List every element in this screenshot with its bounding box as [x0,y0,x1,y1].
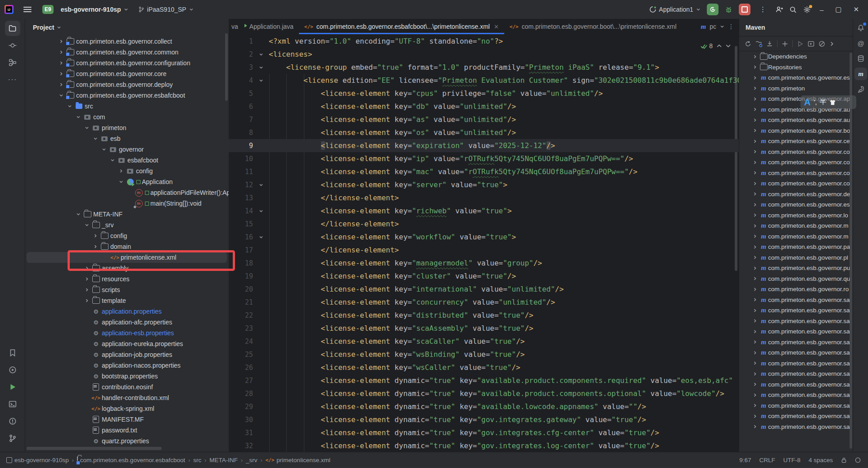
breadcrumb-item[interactable]: src [193,457,201,464]
tree-item-config[interactable]: config [25,166,229,176]
code-line-9[interactable]: 9 <license-element key="expiration" valu… [229,139,739,152]
chevron-collapsed-icon[interactable] [753,329,757,334]
tree-item-scripts[interactable]: scripts [25,284,229,295]
maven-scrollbar[interactable] [850,53,852,449]
close-icon[interactable]: ✕ [494,23,499,30]
code-line-8[interactable]: 8 <license-element key="os" value="unlim… [229,126,739,139]
generate-sources-icon[interactable] [755,40,762,47]
line-number[interactable]: 22 [229,311,253,320]
chevron-collapsed-icon[interactable] [753,160,757,165]
maven-item-6[interactable]: mcom.primeton.esb.governor.au [739,115,853,126]
maven-item-25[interactable]: mcom.primeton.esb.governor.sa [739,316,853,327]
tree-item-primeton[interactable]: primeton [25,122,229,133]
rerun-button[interactable] [707,4,719,15]
chevron-collapsed-icon[interactable] [59,72,63,76]
code-line-29[interactable]: 29 <license-element dynamic="true" key="… [229,400,739,413]
chevron-collapsed-icon[interactable] [753,97,757,101]
tab-options-icon[interactable]: ⋮ [728,23,734,30]
chevron-collapsed-icon[interactable] [753,255,757,260]
reload-projects-icon[interactable] [745,40,751,47]
code-line-27[interactable]: 27 <license-element dynamic="true" key="… [229,374,739,387]
chevron-expanded-icon[interactable] [259,209,263,213]
run-tool-button[interactable] [5,379,20,395]
download-sources-icon[interactable] [766,40,773,47]
chevron-collapsed-icon[interactable] [85,288,89,292]
chevron-collapsed-icon[interactable] [753,382,757,387]
code-line-18[interactable]: 18 <license-element key="managermodel" v… [229,256,739,270]
tree-item-bootstrap-properties[interactable]: ⚙bootstrap.properties [25,371,229,382]
code-line-30[interactable]: 30 <license-element dynamic="true" key="… [229,413,739,426]
code-line-22[interactable]: 22 <license-element key="distributed" va… [229,309,739,322]
tree-item-com-primeton-esb-governor-common[interactable]: com.primeton.esb.governor.common [25,47,229,58]
line-number[interactable]: 7 [229,116,253,124]
chevron-collapsed-icon[interactable] [59,82,63,87]
line-number[interactable]: 4 [229,76,253,85]
prev-problem-icon[interactable] [717,44,722,48]
tree-item-com[interactable]: com [25,112,229,122]
chevron-collapsed-icon[interactable] [753,181,757,186]
chevron-collapsed-icon[interactable] [753,287,757,292]
tree-item-domain[interactable]: domain [25,241,229,252]
tree-item-com-primeton-esb-governor-deploy[interactable]: com.primeton.esb.governor.deploy [25,79,229,90]
code-with-me-button[interactable] [775,6,783,14]
chevron-collapsed-icon[interactable] [753,403,757,408]
project-horizontal-scrollbar[interactable] [27,447,162,450]
status-widget-caret-position[interactable]: 9:67 [739,457,751,464]
chevron-expanded-icon[interactable] [85,223,89,227]
ime-halfwidth-icon[interactable]: 半 [820,98,826,106]
tree-item-quartz-properties[interactable]: ⚙quartz.properties [25,436,229,446]
chevron-collapsed-icon[interactable] [59,61,63,65]
chevron-collapsed-icon[interactable] [753,139,757,144]
chevron-collapsed-icon[interactable] [85,266,89,270]
editor-tab-1[interactable]: </>com.primeton.esb.governor.esbafcboot\… [299,19,504,34]
code-line-16[interactable]: 16 <license-element key="workflow" value… [229,230,739,243]
fold-gutter[interactable] [253,65,269,70]
chevron-collapsed-icon[interactable] [753,351,757,355]
chevron-expanded-icon[interactable] [259,235,263,239]
tree-item-com-primeton-esb-governor-esbafcboot[interactable]: com.primeton.esb.governor.esbafcboot [25,90,229,101]
chevron-expanded-icon[interactable] [110,158,115,162]
code-line-13[interactable]: 13 </license-element> [229,191,739,204]
add-profile-icon[interactable] [782,40,788,47]
tree-item-applicationpidfilewriter-applicationpi[interactable]: mapplicationPidFileWriter():ApplicationP… [25,187,229,198]
code-line-6[interactable]: 6 <license-element key="db" value="unlim… [229,100,739,113]
maven-button[interactable]: m [854,68,867,80]
line-number[interactable]: 9 [229,142,253,150]
readonly-lock-icon[interactable] [841,457,847,463]
tree-item-handler-contribution-xml[interactable]: </>handler-contribution.xml [25,392,229,403]
toolbar-more-icon[interactable] [829,41,834,46]
window-minimize-button[interactable]: – [817,6,826,14]
line-number[interactable]: 28 [229,390,253,398]
code-editor[interactable]: 1<?xml version="1.0" encoding="UTF-8" st… [229,35,739,452]
maven-item-12[interactable]: mcom.primeton.esb.governor.co [739,178,853,189]
tab-clipped[interactable]: va [229,19,241,34]
maven-item-32[interactable]: mcom.primeton.esb.governor.sa [739,390,853,400]
line-number[interactable]: 16 [229,233,253,241]
settings-button[interactable] [803,6,811,14]
chevron-collapsed-icon[interactable] [753,107,757,112]
line-number[interactable]: 23 [229,324,253,333]
tree-item-meta-inf[interactable]: META-INF [25,209,229,220]
run-maven-goal-icon[interactable] [797,40,804,47]
chevron-collapsed-icon[interactable] [119,169,123,173]
line-number[interactable]: 29 [229,403,253,411]
project-vertical-scrollbar[interactable] [225,33,228,101]
tree-item-manifest-mf[interactable]: MANIFEST.MF [25,414,229,425]
run-configuration-selector[interactable]: Application1 [649,6,701,13]
maven-item-10[interactable]: mcom.primeton.esb.governor.co [739,157,853,168]
status-widget-line-ending[interactable]: CRLF [759,457,775,464]
chevron-expanded-icon[interactable] [76,115,81,119]
more-actions-icon[interactable]: ⋮ [757,5,769,14]
notifications-button[interactable] [854,22,867,34]
terminal-tool-button[interactable] [5,396,20,412]
chevron-collapsed-icon[interactable] [753,340,757,344]
maven-item-22[interactable]: mcom.primeton.esb.governor.ro [739,284,853,295]
code-line-20[interactable]: 20 <license-element key="international" … [229,283,739,296]
line-number[interactable]: 10 [229,155,253,163]
chevron-expanded-icon[interactable] [85,126,89,130]
tree-item-template[interactable]: template [25,295,229,306]
ime-mode-icon[interactable]: A [804,97,810,108]
code-line-15[interactable]: 15 </license-element> [229,217,739,230]
chevron-collapsed-icon[interactable] [753,192,757,196]
line-number[interactable]: 6 [229,103,253,111]
